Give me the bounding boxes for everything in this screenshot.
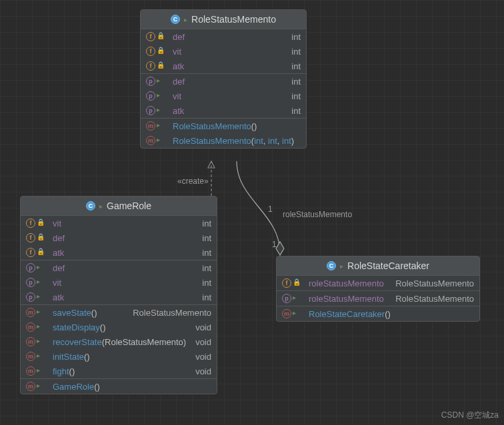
ctors-section: m▸GameRole() xyxy=(21,379,217,394)
lock-icon: 🔒 xyxy=(37,248,45,257)
public-icon: ▸ xyxy=(37,292,40,302)
property-icon: p xyxy=(146,106,155,115)
class-box-memento[interactable]: C ▸ RoleStatusMemento f🔒defint f🔒vitint … xyxy=(140,9,307,149)
field-row[interactable]: f🔒roleStatusMementoRoleStatusMemento xyxy=(277,276,479,290)
method-row[interactable]: m▸recoverState(RoleStatusMemento)void xyxy=(21,334,217,349)
method-row[interactable]: m▸stateDisplay()void xyxy=(21,320,217,334)
method-icon: m xyxy=(282,309,291,318)
lock-icon: 🔒 xyxy=(37,233,45,242)
property-row[interactable]: p▸atkint xyxy=(141,103,306,118)
method-icon: m xyxy=(26,337,35,346)
public-icon: ▸ xyxy=(37,352,40,361)
multiplicity-bottom: 1 xyxy=(272,240,277,249)
public-icon: ▸ xyxy=(157,121,160,131)
fields-section: f🔒defint f🔒vitint f🔒atkint xyxy=(141,29,306,74)
public-icon: ▸ xyxy=(37,322,40,332)
method-row[interactable]: m▸fight()void xyxy=(21,364,217,378)
method-icon: m xyxy=(26,352,35,361)
create-stereotype-label: «create» xyxy=(177,177,209,186)
multiplicity-top: 1 xyxy=(268,205,273,214)
method-row[interactable]: m▸GameRole() xyxy=(21,379,217,394)
field-icon: f xyxy=(26,248,35,257)
property-icon: p xyxy=(26,263,35,272)
property-row[interactable]: p▸vitint xyxy=(141,89,306,103)
class-icon: C xyxy=(86,201,95,211)
method-icon: m xyxy=(26,366,35,376)
method-params: (int, int, int) xyxy=(251,136,294,146)
property-row[interactable]: p▸defint xyxy=(21,260,217,275)
class-icon: C xyxy=(327,261,336,270)
association-name-label: roleStatusMemento xyxy=(283,210,352,219)
public-icon: ▸ xyxy=(37,263,40,272)
class-icon: C xyxy=(171,15,180,24)
public-icon: ▸ xyxy=(340,262,343,270)
property-icon: p xyxy=(146,77,155,86)
field-row[interactable]: f🔒atkint xyxy=(21,245,217,260)
method-row[interactable]: m▸RoleStateCaretaker() xyxy=(277,306,479,321)
class-box-gamerole[interactable]: C ▸ GameRole f🔒vitint f🔒defint f🔒atkint … xyxy=(20,196,217,394)
public-icon: ▸ xyxy=(37,382,40,391)
field-icon: f xyxy=(146,32,155,41)
fields-section: f🔒vitint f🔒defint f🔒atkint xyxy=(21,216,217,260)
properties-section: p▸defint p▸vitint p▸atkint xyxy=(141,74,306,119)
method-icon: m xyxy=(146,136,155,145)
public-icon: ▸ xyxy=(293,294,296,303)
public-icon: ▸ xyxy=(37,337,40,346)
method-row[interactable]: m▸initState()void xyxy=(21,349,217,364)
public-icon: ▸ xyxy=(157,106,160,115)
class-title: GameRole xyxy=(107,201,151,211)
class-box-caretaker[interactable]: C ▸ RoleStateCaretaker f🔒roleStatusMemen… xyxy=(276,256,480,322)
field-row[interactable]: f🔒vitint xyxy=(141,44,306,59)
public-icon: ▸ xyxy=(37,278,40,287)
method-row[interactable]: m▸saveState()RoleStatusMemento xyxy=(21,305,217,320)
field-icon: f xyxy=(26,233,35,242)
field-icon: f xyxy=(146,61,155,71)
lock-icon: 🔒 xyxy=(293,278,301,288)
lock-icon: 🔒 xyxy=(157,61,165,71)
property-icon: p xyxy=(146,91,155,101)
public-icon: ▸ xyxy=(184,16,187,23)
lock-icon: 🔒 xyxy=(37,218,45,228)
property-row[interactable]: p▸vitint xyxy=(21,275,217,290)
class-header: C ▸ RoleStatusMemento xyxy=(141,10,306,29)
public-icon: ▸ xyxy=(157,77,160,86)
class-header: C ▸ GameRole xyxy=(21,197,217,216)
public-icon: ▸ xyxy=(157,91,160,101)
methods-section: m▸saveState()RoleStatusMemento m▸stateDi… xyxy=(21,305,217,379)
property-row[interactable]: p▸roleStatusMementoRoleStatusMemento xyxy=(277,291,479,306)
property-row[interactable]: p▸defint xyxy=(141,74,306,89)
public-icon: ▸ xyxy=(293,309,296,318)
fields-section: f🔒roleStatusMementoRoleStatusMemento xyxy=(277,276,479,291)
class-title: RoleStatusMemento xyxy=(191,14,276,25)
method-icon: m xyxy=(146,121,155,131)
properties-section: p▸roleStatusMementoRoleStatusMemento xyxy=(277,291,479,306)
methods-section: m▸RoleStatusMemento() m▸RoleStatusMement… xyxy=(141,119,306,148)
properties-section: p▸defint p▸vitint p▸atkint xyxy=(21,260,217,305)
field-icon: f xyxy=(282,278,291,288)
field-row[interactable]: f🔒defint xyxy=(21,230,217,245)
public-icon: ▸ xyxy=(99,203,103,210)
field-row[interactable]: f🔒vitint xyxy=(21,216,217,230)
lock-icon: 🔒 xyxy=(157,47,165,56)
lock-icon: 🔒 xyxy=(157,32,165,41)
method-row[interactable]: m▸RoleStatusMemento() xyxy=(141,119,306,133)
method-icon: m xyxy=(26,382,35,391)
public-icon: ▸ xyxy=(157,136,160,145)
property-icon: p xyxy=(26,278,35,287)
property-row[interactable]: p▸atkint xyxy=(21,290,217,304)
field-icon: f xyxy=(26,218,35,228)
method-row[interactable]: m▸RoleStatusMemento(int, int, int) xyxy=(141,133,306,148)
field-row[interactable]: f🔒atkint xyxy=(141,59,306,73)
class-title: RoleStateCaretaker xyxy=(347,260,429,271)
public-icon: ▸ xyxy=(37,308,40,317)
method-icon: m xyxy=(26,322,35,332)
field-icon: f xyxy=(146,47,155,56)
watermark-text: CSDN @空城za xyxy=(441,410,499,421)
method-icon: m xyxy=(26,308,35,317)
property-icon: p xyxy=(26,292,35,302)
property-icon: p xyxy=(282,294,291,303)
class-header: C ▸ RoleStateCaretaker xyxy=(277,256,479,276)
field-row[interactable]: f🔒defint xyxy=(141,29,306,44)
public-icon: ▸ xyxy=(37,366,40,376)
methods-section: m▸RoleStateCaretaker() xyxy=(277,306,479,321)
